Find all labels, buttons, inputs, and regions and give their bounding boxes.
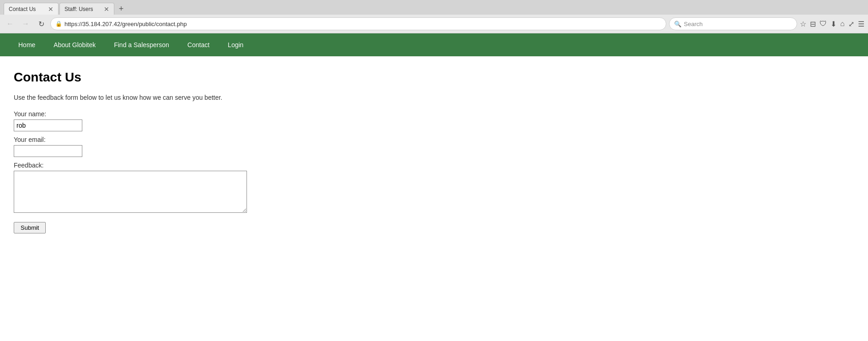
url-bar[interactable]: 🔒 https://35.184.207.42/green/public/con…: [50, 17, 666, 30]
name-label: Your name:: [14, 110, 854, 118]
forward-button[interactable]: →: [19, 17, 32, 30]
bookmark-icon[interactable]: ⊟: [810, 20, 816, 28]
name-group: Your name:: [14, 110, 854, 131]
refresh-button[interactable]: ↻: [35, 17, 48, 30]
search-bar[interactable]: 🔍 Search: [669, 17, 797, 30]
expand-icon[interactable]: ⤢: [848, 20, 854, 28]
menu-icon[interactable]: ☰: [858, 20, 864, 28]
email-group: Your email:: [14, 136, 854, 157]
download-icon[interactable]: ⬇: [830, 20, 836, 28]
nav-item-about[interactable]: About Globitek: [44, 35, 105, 55]
toolbar-icons: ☆ ⊟ 🛡 ⬇ ⌂ ⤢ ☰: [800, 20, 864, 28]
contact-form: Your name: Your email: Feedback: Submit: [14, 110, 854, 233]
tab-bar: Contact Us ✕ Staff: Users ✕ +: [0, 0, 868, 15]
back-button[interactable]: ←: [4, 17, 16, 30]
feedback-textarea[interactable]: [14, 171, 247, 213]
address-bar: ← → ↻ 🔒 https://35.184.207.42/green/publ…: [0, 15, 868, 33]
lock-icon: 🔒: [55, 21, 62, 27]
email-input[interactable]: [14, 145, 82, 157]
search-icon: 🔍: [674, 21, 681, 27]
close-tab-staff[interactable]: ✕: [104, 6, 109, 12]
tab-contact-us[interactable]: Contact Us ✕: [4, 3, 59, 15]
shield-icon[interactable]: 🛡: [820, 20, 827, 28]
nav-item-login[interactable]: Login: [219, 35, 252, 55]
search-placeholder: Search: [684, 21, 702, 27]
url-text: https://35.184.207.42/green/public/conta…: [64, 21, 661, 27]
nav-item-contact[interactable]: Contact: [178, 35, 219, 55]
name-input[interactable]: [14, 119, 82, 131]
feedback-label: Feedback:: [14, 162, 854, 169]
page-title: Contact Us: [14, 70, 854, 85]
site-nav: Home About Globitek Find a Salesperson C…: [0, 33, 868, 56]
email-label: Your email:: [14, 136, 854, 143]
star-icon[interactable]: ☆: [800, 20, 806, 28]
tab-staff-users[interactable]: Staff: Users ✕: [59, 3, 114, 15]
main-content: Contact Us Use the feedback form below t…: [0, 56, 868, 247]
submit-button[interactable]: Submit: [14, 222, 46, 233]
new-tab-button[interactable]: +: [115, 3, 127, 15]
page-description: Use the feedback form below to let us kn…: [14, 94, 854, 101]
nav-item-home[interactable]: Home: [9, 35, 44, 55]
home-icon[interactable]: ⌂: [840, 20, 845, 28]
feedback-group: Feedback:: [14, 162, 854, 213]
browser-chrome: Contact Us ✕ Staff: Users ✕ + ← → ↻ 🔒 ht…: [0, 0, 868, 33]
nav-item-salesperson[interactable]: Find a Salesperson: [105, 35, 178, 55]
close-tab-contact[interactable]: ✕: [48, 6, 54, 12]
